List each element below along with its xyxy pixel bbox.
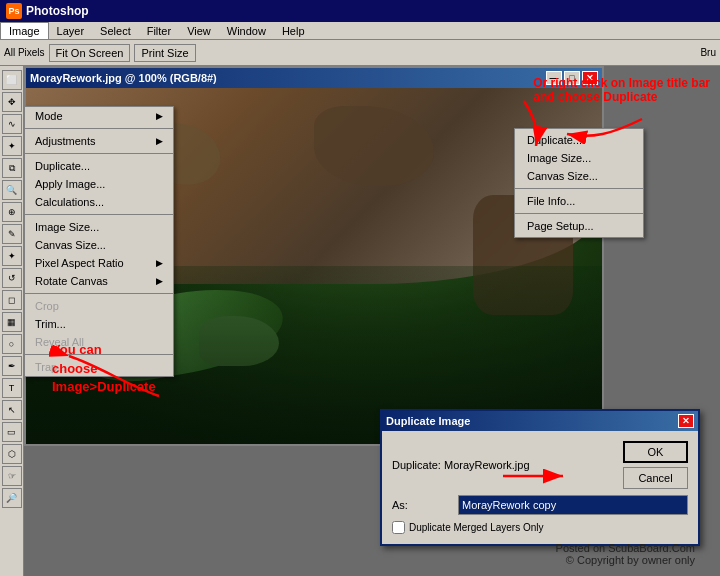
tool-3d[interactable]: ⬡ bbox=[2, 444, 22, 464]
ps-titlebar: Ps Photoshop bbox=[0, 0, 720, 22]
menu-item-duplicate[interactable]: Duplicate... bbox=[25, 157, 173, 175]
tool-stamp[interactable]: ✦ bbox=[2, 246, 22, 266]
menu-separator-4 bbox=[25, 293, 173, 294]
menu-select[interactable]: Select bbox=[92, 23, 139, 39]
ctx-separator-2 bbox=[515, 213, 643, 214]
duplicate-dialog-close-button[interactable]: ✕ bbox=[678, 414, 694, 428]
print-size-button[interactable]: Print Size bbox=[134, 44, 195, 62]
bottom-text-line1: Posted on ScubaBoard.Com bbox=[556, 542, 695, 554]
menu-item-canvas-size[interactable]: Canvas Size... bbox=[25, 236, 173, 254]
menu-separator-1 bbox=[25, 128, 173, 129]
menu-item-rotate-canvas[interactable]: Rotate Canvas▶ bbox=[25, 272, 173, 290]
duplicate-dialog-body: Duplicate: MorayRework.jpg OK Cancel bbox=[382, 431, 698, 544]
annotation-top-right: Or right click on Image title barand cho… bbox=[533, 76, 710, 104]
ctx-item-image-size[interactable]: Image Size... bbox=[515, 149, 643, 167]
tool-brush[interactable]: ✎ bbox=[2, 224, 22, 244]
main-area: ⬜ ✥ ∿ ✦ ⧉ 🔍 ⊕ ✎ ✦ ↺ ◻ ▦ ○ ✒ T ↖ ▭ ⬡ ☞ 🔎 … bbox=[0, 66, 720, 576]
menu-item-calculations[interactable]: Calculations... bbox=[25, 193, 173, 211]
menu-item-image-size[interactable]: Image Size... bbox=[25, 218, 173, 236]
toolbar-pixels-label: All Pixels bbox=[4, 47, 45, 58]
menu-image[interactable]: Image bbox=[0, 22, 49, 39]
duplicate-ok-cancel-buttons: OK Cancel bbox=[623, 441, 688, 489]
duplicate-image-dialog: Duplicate Image ✕ Duplicate: MorayRework… bbox=[380, 409, 700, 546]
toolbar: All Pixels Fit On Screen Print Size Bru bbox=[0, 40, 720, 66]
menu-view[interactable]: View bbox=[179, 23, 219, 39]
menu-item-trim[interactable]: Trim... bbox=[25, 315, 173, 333]
ctx-item-canvas-size[interactable]: Canvas Size... bbox=[515, 167, 643, 185]
menu-separator-2 bbox=[25, 153, 173, 154]
duplicate-checkbox-label: Duplicate Merged Layers Only bbox=[409, 522, 544, 533]
ctx-item-page-setup[interactable]: Page Setup... bbox=[515, 217, 643, 235]
tool-hand[interactable]: ☞ bbox=[2, 466, 22, 486]
ctx-separator-1 bbox=[515, 188, 643, 189]
bottom-text-line2: © Copyright by owner only bbox=[556, 554, 695, 566]
menu-item-adjustments[interactable]: Adjustments▶ bbox=[25, 132, 173, 150]
tool-gradient[interactable]: ▦ bbox=[2, 312, 22, 332]
menu-layer[interactable]: Layer bbox=[49, 23, 93, 39]
ctx-item-duplicate[interactable]: Duplicate... bbox=[515, 131, 643, 149]
tool-zoom[interactable]: 🔎 bbox=[2, 488, 22, 508]
duplicate-cancel-button[interactable]: Cancel bbox=[623, 467, 688, 489]
duplicate-merged-layers-checkbox[interactable] bbox=[392, 521, 405, 534]
ps-title: Photoshop bbox=[26, 4, 89, 18]
tool-eyedropper[interactable]: 🔍 bbox=[2, 180, 22, 200]
duplicate-label-row: Duplicate: MorayRework.jpg OK Cancel bbox=[392, 441, 688, 489]
duplicate-as-label: As: bbox=[392, 499, 452, 511]
tool-shape[interactable]: ▭ bbox=[2, 422, 22, 442]
bottom-attribution: Posted on ScubaBoard.Com © Copyright by … bbox=[556, 542, 695, 566]
duplicate-ok-button[interactable]: OK bbox=[623, 441, 688, 463]
menu-separator-3 bbox=[25, 214, 173, 215]
tool-eraser[interactable]: ◻ bbox=[2, 290, 22, 310]
toolbox: ⬜ ✥ ∿ ✦ ⧉ 🔍 ⊕ ✎ ✦ ↺ ◻ ▦ ○ ✒ T ↖ ▭ ⬡ ☞ 🔎 bbox=[0, 66, 24, 576]
duplicate-dialog-title: Duplicate Image bbox=[386, 415, 470, 427]
ctx-item-file-info[interactable]: File Info... bbox=[515, 192, 643, 210]
duplicate-dialog-titlebar: Duplicate Image ✕ bbox=[382, 411, 698, 431]
menu-filter[interactable]: Filter bbox=[139, 23, 179, 39]
tool-move[interactable]: ✥ bbox=[2, 92, 22, 112]
duplicate-checkbox-row: Duplicate Merged Layers Only bbox=[392, 521, 688, 534]
menu-help[interactable]: Help bbox=[274, 23, 313, 39]
ps-icon: Ps bbox=[6, 3, 22, 19]
image-title: MorayRework.jpg @ 100% (RGB/8#) bbox=[30, 72, 217, 84]
tool-magic-wand[interactable]: ✦ bbox=[2, 136, 22, 156]
context-menu: Duplicate... Image Size... Canvas Size..… bbox=[514, 128, 644, 238]
duplicate-file-label: Duplicate: MorayRework.jpg bbox=[392, 459, 617, 471]
tool-heal[interactable]: ⊕ bbox=[2, 202, 22, 222]
tool-pen[interactable]: ✒ bbox=[2, 356, 22, 376]
tool-lasso[interactable]: ∿ bbox=[2, 114, 22, 134]
image-titlebar: MorayRework.jpg @ 100% (RGB/8#) — □ ✕ bbox=[26, 68, 602, 88]
menu-window[interactable]: Window bbox=[219, 23, 274, 39]
image-dropdown-menu: Mode▶ Adjustments▶ Duplicate... Apply Im… bbox=[24, 106, 174, 377]
duplicate-as-input[interactable] bbox=[458, 495, 688, 515]
menu-item-pixel-aspect[interactable]: Pixel Aspect Ratio▶ bbox=[25, 254, 173, 272]
menubar: Image Layer Select Filter View Window He… bbox=[0, 22, 720, 40]
toolbar-brush-label: Bru bbox=[700, 47, 716, 58]
tool-history[interactable]: ↺ bbox=[2, 268, 22, 288]
tool-dodge[interactable]: ○ bbox=[2, 334, 22, 354]
tool-path-select[interactable]: ↖ bbox=[2, 400, 22, 420]
menu-item-mode[interactable]: Mode▶ bbox=[25, 107, 173, 125]
tool-type[interactable]: T bbox=[2, 378, 22, 398]
doc-area: MorayRework.jpg @ 100% (RGB/8#) — □ ✕ bbox=[24, 66, 720, 576]
fit-on-screen-button[interactable]: Fit On Screen bbox=[49, 44, 131, 62]
menu-item-crop: Crop bbox=[25, 297, 173, 315]
tool-marquee[interactable]: ⬜ bbox=[2, 70, 22, 90]
annotation-bottom-left: You can choose Image>Duplicate bbox=[52, 341, 156, 396]
menu-item-apply-image[interactable]: Apply Image... bbox=[25, 175, 173, 193]
tool-crop[interactable]: ⧉ bbox=[2, 158, 22, 178]
duplicate-as-row: As: bbox=[392, 495, 688, 515]
